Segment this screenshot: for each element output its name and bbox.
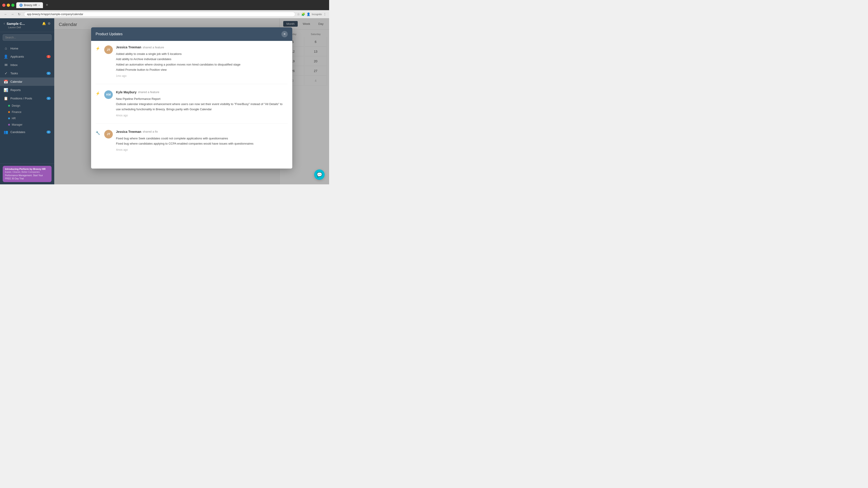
update-entry-3: 🔧 JT Jessica Treeman shared a fix Fixed … bbox=[96, 130, 288, 158]
company-name: Sample C... bbox=[6, 22, 40, 26]
entry-time-2: 4mos ago bbox=[116, 114, 288, 117]
active-tab[interactable]: B Breezy HR × bbox=[16, 2, 43, 8]
sidebar-item-home[interactable]: ⌂ Home bbox=[0, 44, 54, 53]
applicants-icon: 👤 bbox=[4, 55, 8, 59]
promote-banner[interactable]: Introducing Perform by Breezy HR Easier,… bbox=[3, 166, 52, 182]
entry-action-1: shared a feature bbox=[143, 46, 164, 49]
modal-close-button[interactable]: × bbox=[281, 31, 288, 37]
avatar-kyle: KM bbox=[104, 90, 113, 99]
sidebar-item-label: Applicants bbox=[10, 55, 44, 58]
entry-item: Outlook calendar integration enhancement… bbox=[116, 101, 288, 112]
bookmark-icon[interactable]: ☆ bbox=[297, 12, 300, 16]
promote-desc: Performance Management. Start Your FREE … bbox=[5, 174, 49, 180]
settings-icon[interactable]: ⚙ bbox=[48, 22, 51, 25]
home-icon: ⌂ bbox=[4, 46, 8, 51]
entry-header-2: Kyle Maybury shared a feature bbox=[116, 90, 288, 94]
inbox-icon: ✉ bbox=[4, 63, 8, 67]
entry-content-2: Kyle Maybury shared a feature New Pipeli… bbox=[116, 90, 288, 117]
entry-type-col: ⚡ bbox=[96, 45, 101, 77]
candidates-icon: 👥 bbox=[4, 130, 8, 134]
modal-header: Product Updates × bbox=[91, 27, 292, 41]
entry-item: Add ability to Archive individual candid… bbox=[116, 57, 288, 62]
sidebar-item-candidates[interactable]: 👥 Candidates + bbox=[0, 128, 54, 136]
feature-icon: ⚡ bbox=[96, 46, 100, 51]
sidebar-item-applicants[interactable]: 👤 Applicants 1 bbox=[0, 53, 54, 61]
tasks-icon: ✓ bbox=[4, 71, 8, 75]
tasks-badge: + bbox=[46, 72, 51, 75]
sidebar-item-label: Positions / Pools bbox=[10, 97, 44, 100]
sidebar-item-calendar[interactable]: 📅 Calendar bbox=[0, 77, 54, 86]
tab-bar: B Breezy HR × + bbox=[16, 2, 327, 8]
entry-header-1: Jessica Treeman shared a feature bbox=[116, 45, 288, 49]
back-button[interactable]: ← bbox=[3, 11, 8, 17]
tab-close-button[interactable]: × bbox=[38, 4, 40, 6]
modal-body[interactable]: ⚡ JT Jessica Treeman shared a feature Ad… bbox=[91, 41, 292, 168]
search-input[interactable] bbox=[3, 34, 52, 41]
sidebar-item-tasks[interactable]: ✓ Tasks + bbox=[0, 69, 54, 77]
entry-item: Fixed bug where Seek candidates could no… bbox=[116, 136, 288, 141]
entry-action-2: shared a feature bbox=[138, 90, 159, 94]
app-layout: ‹ Sample C... 🔔 ⚙ Lauren Dell ⌂ Home 👤 A… bbox=[0, 18, 329, 184]
browser-chrome: B Breezy HR × + bbox=[0, 0, 329, 10]
feature-icon-2: ⚡ bbox=[96, 92, 100, 95]
entry-item: Added an automation where closing a posi… bbox=[116, 62, 288, 67]
update-entry-2: ⚡ KM Kyle Maybury shared a feature New P… bbox=[96, 90, 288, 124]
sidebar-item-positions[interactable]: 📋 Positions / Pools + bbox=[0, 94, 54, 103]
manager-dot bbox=[8, 124, 10, 126]
finance-dot bbox=[8, 111, 10, 113]
promote-title: Introducing Perform by Breezy HR bbox=[5, 168, 49, 170]
sidebar-item-reports[interactable]: 📊 Reports bbox=[0, 86, 54, 94]
positions-badge: + bbox=[46, 97, 51, 100]
modal-title: Product Updates bbox=[96, 32, 123, 36]
sidebar-back-arrow[interactable]: ‹ bbox=[4, 22, 5, 26]
window-controls bbox=[2, 4, 14, 7]
nav-buttons: ← → ↻ bbox=[3, 11, 22, 17]
sidebar-item-label: Reports bbox=[10, 88, 51, 92]
entry-item: Added Promote button to Position view bbox=[116, 67, 288, 72]
entry-items-1: Added ability to create a single job wit… bbox=[116, 51, 288, 72]
sidebar-subitem-design[interactable]: Design bbox=[0, 103, 54, 109]
sidebar-item-label: Inbox bbox=[10, 63, 51, 67]
user-name: Lauren Dell bbox=[8, 26, 51, 29]
sub-items: Design Finance HR Manager bbox=[0, 103, 54, 128]
entry-author-1: Jessica Treeman bbox=[116, 45, 141, 49]
chat-button[interactable]: 💬 bbox=[314, 169, 324, 180]
finance-label: Finance bbox=[12, 110, 22, 113]
update-entry-1: ⚡ JT Jessica Treeman shared a feature Ad… bbox=[96, 45, 288, 84]
window-minimize-button[interactable] bbox=[7, 4, 10, 7]
window-close-button[interactable] bbox=[2, 4, 5, 7]
entry-time-3: 4mos ago bbox=[116, 148, 288, 151]
calendar-icon: 📅 bbox=[4, 79, 8, 84]
new-tab-button[interactable]: + bbox=[44, 2, 50, 8]
entry-item: Fixed bug where candidates applying to C… bbox=[116, 141, 288, 146]
sidebar-item-label: Tasks bbox=[10, 72, 44, 75]
modal-overlay[interactable]: Product Updates × ⚡ JT Jessica Treeman bbox=[54, 18, 329, 184]
avatar-jessica-2: JT bbox=[104, 130, 113, 138]
forward-button[interactable]: → bbox=[9, 11, 16, 17]
manager-label: Manager bbox=[12, 123, 22, 126]
entry-type-col-2: ⚡ bbox=[96, 90, 101, 117]
hr-dot bbox=[8, 118, 10, 119]
url-input[interactable] bbox=[24, 12, 295, 17]
profile-icon[interactable]: 👤 bbox=[307, 12, 310, 16]
notification-icon[interactable]: 🔔 bbox=[42, 22, 46, 25]
avatar-jessica-1: JT bbox=[104, 45, 113, 54]
applicants-badge: 1 bbox=[46, 55, 51, 58]
sidebar-item-label: Candidates bbox=[10, 130, 44, 134]
sidebar-item-inbox[interactable]: ✉ Inbox bbox=[0, 61, 54, 69]
sidebar: ‹ Sample C... 🔔 ⚙ Lauren Dell ⌂ Home 👤 A… bbox=[0, 18, 54, 184]
extensions-icon[interactable]: 🧩 bbox=[301, 12, 305, 16]
sidebar-bottom: Introducing Perform by Breezy HR Easier,… bbox=[0, 163, 54, 184]
promote-subtitle: Easier, Cleaner, Better Companies bbox=[5, 171, 49, 173]
fix-icon: 🔧 bbox=[96, 131, 100, 135]
entry-items-3: Fixed bug where Seek candidates could no… bbox=[116, 136, 288, 147]
menu-icon[interactable]: ⋮ bbox=[323, 12, 327, 16]
sidebar-subitem-hr[interactable]: HR bbox=[0, 115, 54, 122]
sidebar-item-label: Calendar bbox=[10, 80, 51, 84]
entry-author-3: Jessica Treeman bbox=[116, 130, 141, 133]
sidebar-subitem-manager[interactable]: Manager bbox=[0, 122, 54, 128]
window-maximize-button[interactable] bbox=[11, 4, 14, 7]
address-bar-icons: ☆ 🧩 👤 Incognito ⋮ bbox=[297, 12, 327, 16]
sidebar-subitem-finance[interactable]: Finance bbox=[0, 109, 54, 115]
reload-button[interactable]: ↻ bbox=[16, 11, 22, 17]
